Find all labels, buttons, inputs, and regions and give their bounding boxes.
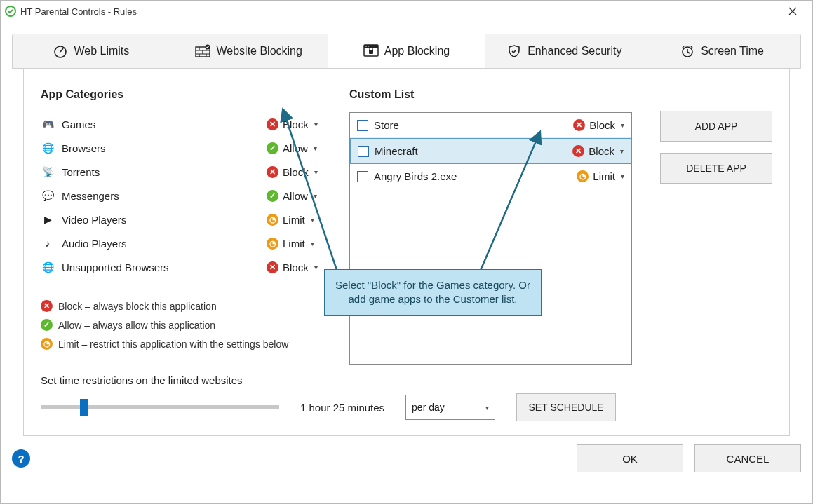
time-slider[interactable] — [41, 399, 279, 416]
block-icon: ✕ — [572, 145, 584, 157]
time-restriction: Set time restrictions on the limited web… — [41, 374, 772, 421]
legend-allow: ✓ Allow – always allow this application — [41, 319, 321, 331]
chat-icon: 💬 — [41, 190, 55, 201]
chevron-down-icon: ▾ — [314, 264, 318, 271]
action-text: Limit — [283, 214, 305, 226]
category-row-unsupported: 🌐 Unsupported Browsers ✕ Block ▾ — [41, 255, 321, 279]
category-name: Audio Players — [62, 238, 267, 250]
tab-label: Web Limits — [74, 45, 129, 57]
custom-list[interactable]: Store ✕ Block ▾ Minecraft ✕ — [349, 112, 632, 365]
globe-icon: 🌐 — [41, 261, 55, 273]
tab-website-blocking[interactable]: Website Blocking — [170, 34, 328, 68]
list-item[interactable]: Store ✕ Block ▾ — [350, 113, 631, 138]
chevron-down-icon: ▾ — [314, 144, 317, 152]
category-name: Messengers — [62, 190, 267, 202]
torrent-icon: 📡 — [41, 166, 55, 177]
list-item[interactable]: Minecraft ✕ Block ▾ — [350, 138, 631, 164]
legend-limit: ◔ Limit – restrict this application with… — [41, 338, 321, 350]
tabs: Web Limits Website Blocking App Blocking… — [12, 34, 801, 69]
action-text: Allow — [283, 142, 308, 154]
action-text: Block — [589, 119, 615, 131]
category-row-messengers: 💬 Messengers ✓ Allow ▾ — [41, 184, 321, 207]
help-button[interactable]: ? — [12, 449, 30, 468]
list-action-select[interactable]: ✕ Block ▾ — [572, 145, 624, 157]
action-text: Limit — [593, 170, 615, 182]
chevron-down-icon: ▾ — [311, 216, 314, 224]
window-title: HT Parental Controls - Rules — [20, 6, 137, 17]
category-name: Unsupported Browsers — [62, 261, 267, 273]
chevron-down-icon: ▾ — [485, 404, 489, 411]
button-label: CANCEL — [727, 453, 770, 465]
block-icon: ✕ — [41, 300, 53, 312]
action-text: Block — [283, 118, 309, 130]
button-label: OK — [622, 453, 638, 465]
button-label: DELETE APP — [686, 163, 746, 174]
wall-icon — [195, 43, 210, 59]
block-icon: ✕ — [267, 261, 278, 273]
category-action-select[interactable]: ✓ Allow ▾ — [267, 142, 321, 154]
ok-button[interactable]: OK — [577, 444, 683, 472]
tab-label: Enhanced Security — [528, 45, 621, 57]
category-action-select[interactable]: ✕ Block ▾ — [267, 261, 321, 273]
select-value: per day — [412, 402, 445, 413]
limit-icon: ◔ — [267, 238, 278, 250]
category-name: Browsers — [62, 142, 267, 154]
limit-icon: ◔ — [41, 338, 53, 350]
legend-text: Limit – restrict this application with t… — [58, 339, 288, 350]
chevron-down-icon: ▾ — [621, 172, 624, 180]
list-action-select[interactable]: ✕ Block ▾ — [573, 119, 624, 131]
category-action-select[interactable]: ✕ Block ▾ — [267, 118, 321, 130]
gauge-icon — [53, 43, 68, 59]
action-text: Block — [589, 145, 614, 157]
tabs-container: Web Limits Website Blocking App Blocking… — [1, 22, 812, 436]
block-icon: ✕ — [267, 118, 278, 130]
button-label: ADD APP — [695, 121, 738, 132]
legend-text: Block – always block this application — [58, 301, 217, 312]
app-name: Angry Birds 2.exe — [374, 170, 570, 182]
list-item[interactable]: Angry Birds 2.exe ◔ Limit ▾ — [350, 164, 631, 189]
app-exe-icon — [357, 120, 368, 131]
category-row-video: ▶ Video Players ◔ Limit ▾ — [41, 207, 321, 231]
legend-block: ✕ Block – always block this application — [41, 300, 321, 312]
category-action-select[interactable]: ◔ Limit ▾ — [267, 238, 321, 250]
chevron-down-icon: ▾ — [621, 121, 624, 129]
tab-label: Website Blocking — [216, 45, 302, 57]
category-name: Games — [62, 118, 267, 130]
action-text: Block — [283, 166, 309, 178]
music-icon: ♪ — [41, 238, 55, 249]
time-label: Set time restrictions on the limited web… — [41, 374, 772, 386]
tab-web-limits[interactable]: Web Limits — [13, 34, 170, 68]
list-action-select[interactable]: ◔ Limit ▾ — [575, 170, 624, 182]
tab-screen-time[interactable]: Screen Time — [643, 34, 800, 68]
categories-title: App Categories — [41, 88, 321, 101]
category-action-select[interactable]: ◔ Limit ▾ — [267, 214, 321, 226]
globe-icon: 🌐 — [41, 142, 55, 154]
allow-icon: ✓ — [41, 319, 53, 331]
chevron-down-icon: ▾ — [620, 147, 624, 155]
tab-label: Screen Time — [701, 45, 764, 57]
callout-text: Select "Block" for the Games category. O… — [335, 279, 530, 305]
action-text: Limit — [283, 238, 305, 250]
per-select[interactable]: per day ▾ — [405, 395, 495, 420]
svg-rect-8 — [369, 50, 373, 54]
tab-enhanced-security[interactable]: Enhanced Security — [485, 34, 643, 68]
app-exe-icon — [358, 146, 369, 157]
gamepad-icon: 🎮 — [41, 118, 55, 130]
action-text: Allow — [283, 190, 308, 202]
category-action-select[interactable]: ✓ Allow ▾ — [267, 190, 321, 202]
cancel-button[interactable]: CANCEL — [694, 444, 801, 472]
side-buttons: ADD APP DELETE APP — [660, 88, 772, 365]
set-schedule-button[interactable]: SET SCHEDULE — [516, 393, 616, 421]
clock-icon — [680, 43, 695, 59]
slider-thumb[interactable] — [80, 399, 88, 416]
category-action-select[interactable]: ✕ Block ▾ — [267, 166, 321, 178]
play-icon: ▶ — [41, 214, 55, 225]
add-app-button[interactable]: ADD APP — [660, 111, 772, 142]
callout: Select "Block" for the Games category. O… — [324, 269, 542, 316]
block-icon: ✕ — [267, 166, 278, 178]
close-button[interactable] — [779, 1, 807, 22]
delete-app-button[interactable]: DELETE APP — [660, 153, 772, 184]
chevron-down-icon: ▾ — [314, 121, 318, 128]
tab-app-blocking[interactable]: App Blocking — [328, 34, 486, 68]
svg-point-6 — [365, 46, 367, 47]
